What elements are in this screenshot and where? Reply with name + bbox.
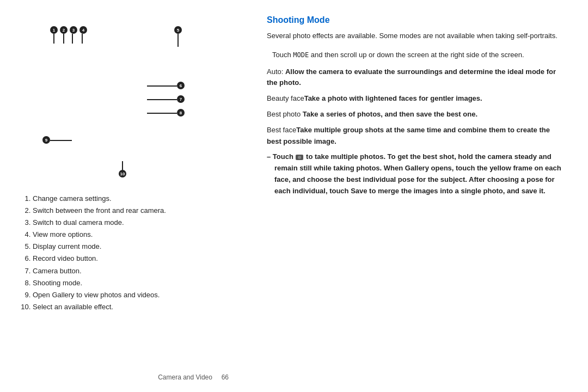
list-area: Change camera settings. Switch between t… — [16, 193, 240, 313]
mode-bestphoto-name: Best photo — [267, 110, 301, 118]
list-item: Shooting mode. — [33, 277, 240, 289]
list-item: Switch between the front and rear camera… — [33, 205, 240, 217]
diagram-circle-3: 3 — [70, 26, 77, 34]
list-item: Display current mode. — [33, 241, 240, 253]
mode-bestface-desc: Take multiple group shots at the same ti… — [267, 126, 550, 145]
mode-bestface-name: Best face — [267, 126, 296, 134]
diagram-circle-5: 5 — [174, 26, 182, 34]
intro-text: Several photo effects are available. Som… — [267, 30, 566, 42]
line-6 — [147, 85, 177, 87]
bullet-text: – Touch to take multiple photos. To get … — [267, 152, 561, 194]
diagram-circle-6: 6 — [177, 82, 185, 89]
tick-4 — [82, 34, 83, 44]
mode-auto-name: Auto: — [267, 68, 285, 76]
list-item: Change camera settings. — [33, 193, 240, 205]
mode-beauty-name: Beauty face — [267, 94, 304, 102]
section-title: Shooting Mode — [267, 15, 566, 25]
diagram-circle-9: 9 — [42, 136, 50, 144]
left-panel: 1 2 3 4 5 6 7 8 9 10 Change camera setti… — [0, 0, 250, 392]
line-8 — [147, 113, 177, 114]
mode-bestphoto-desc: Take a series of photos, and then save t… — [303, 110, 477, 118]
mode-auto-desc: Allow the camera to evaluate the surroun… — [267, 68, 556, 87]
line-7 — [147, 99, 177, 100]
diagram-circle-10: 10 — [119, 170, 126, 177]
list-item: Select an available effect. — [33, 301, 240, 313]
diagram-circle-7: 7 — [177, 95, 185, 103]
tick-2 — [63, 34, 64, 44]
mode-bestface: Best faceTake multiple group shots at th… — [267, 125, 566, 148]
list-item: Record video button. — [33, 253, 240, 265]
tick-3 — [72, 34, 73, 44]
mode-bestphoto: Best photo Take a series of photos, and … — [267, 109, 566, 120]
list-item: Open Gallery to view photos and videos. — [33, 289, 240, 301]
diagram-circle-8: 8 — [177, 109, 185, 117]
page-footer: Camera and Video 66 — [158, 373, 229, 381]
mode-beauty-desc: Take a photo with lightened faces for ge… — [304, 94, 482, 102]
footer-section: Camera and Video — [158, 373, 212, 381]
mode-auto: Auto: Allow the camera to evaluate the s… — [267, 66, 566, 89]
diagram-circle-1: 1 — [50, 26, 58, 34]
diagram-circle-2: 2 — [60, 26, 68, 34]
diagram-area: 1 2 3 4 5 6 7 8 9 10 — [16, 11, 240, 185]
list-item: View more options. — [33, 229, 240, 241]
list-item: Camera button. — [33, 265, 240, 277]
camera-icon — [296, 155, 303, 160]
footer-page-number: 66 — [222, 373, 229, 381]
right-panel: Shooting Mode Several photo effects are … — [250, 0, 588, 392]
tick-1 — [53, 34, 54, 44]
bullet-block: – Touch to take multiple photos. To get … — [267, 151, 566, 197]
step-block: Touch MODE and then scroll up or down th… — [267, 50, 566, 61]
line-9 — [50, 140, 72, 141]
mode-beauty: Beauty faceTake a photo with lightened f… — [267, 93, 566, 105]
feature-list: Change camera settings. Switch between t… — [33, 193, 240, 313]
tick-5 — [177, 34, 179, 47]
list-item: Switch to dual camera mode. — [33, 217, 240, 229]
diagram-circle-4: 4 — [79, 26, 87, 34]
